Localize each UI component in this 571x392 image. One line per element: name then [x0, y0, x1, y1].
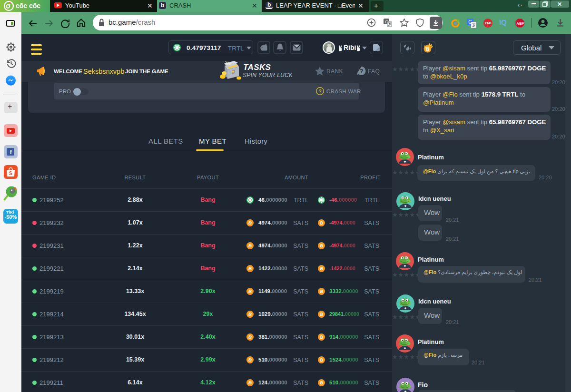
svg-text:B: B	[426, 47, 429, 52]
svg-text:?: ?	[360, 68, 363, 75]
svg-text:ABP: ABP	[517, 21, 524, 26]
svg-text:S: S	[9, 171, 12, 176]
svg-text:?: ?	[319, 88, 322, 94]
